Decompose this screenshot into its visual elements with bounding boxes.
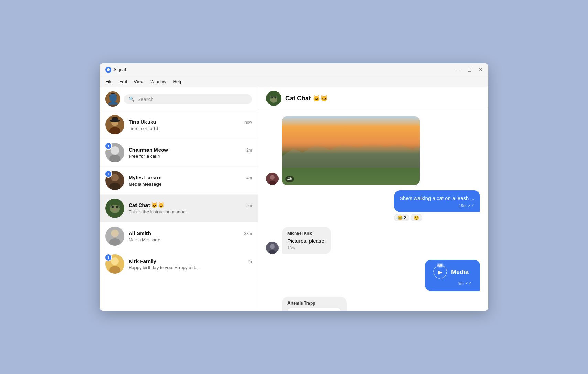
menu-view[interactable]: View xyxy=(134,79,143,84)
svg-point-2 xyxy=(110,95,116,100)
chat-header-avatar xyxy=(266,91,281,106)
message-row-walking-cat: She's walking a cat on a leash ... 15m ✓… xyxy=(266,190,480,221)
media-icon: 1x ▶ 1× xyxy=(433,265,447,279)
conversation-item-ali-smith[interactable]: Ali Smith 33m Media Message xyxy=(100,222,258,250)
avatar-wrap xyxy=(105,115,124,134)
conv-name: Kirk Family xyxy=(129,258,156,264)
menu-window[interactable]: Window xyxy=(150,79,166,84)
title-bar: Signal — ☐ ✕ xyxy=(100,63,488,76)
bubble-text: Pictures, please! xyxy=(287,237,326,244)
avatar-wrap xyxy=(105,199,124,218)
svg-point-4 xyxy=(109,95,117,97)
minimize-button[interactable]: — xyxy=(456,67,460,73)
avatar-wrap: 1 xyxy=(105,143,124,162)
bubble-time: 15m xyxy=(459,204,466,208)
svg-point-3 xyxy=(108,101,117,107)
conv-name: Cat Chat 🐱😺 xyxy=(129,202,164,208)
bubble-sender: Michael Kirk xyxy=(287,231,326,236)
bubble-time: 13m xyxy=(287,246,295,250)
conv-info: Ali Smith 33m Media Message xyxy=(129,230,252,242)
conv-name: Ali Smith xyxy=(129,230,151,236)
close-button[interactable]: ✕ xyxy=(479,67,483,73)
chat-panel: Cat Chat 🐱😺 xyxy=(258,87,488,311)
unread-badge: 1 xyxy=(105,254,112,261)
menu-help[interactable]: Help xyxy=(173,79,183,84)
message-avatar xyxy=(266,173,279,185)
message-row-pdf: Artemis Trapp PDF Instructions.pdf 21.04… xyxy=(266,297,480,311)
conv-name: Tina Ukuku xyxy=(129,119,156,125)
chat-header: Cat Chat 🐱😺 xyxy=(258,87,488,109)
svg-point-36 xyxy=(273,100,274,100)
media-bubble[interactable]: 1x ▶ 1× Media 9m ✓✓ xyxy=(425,260,480,291)
conversation-item-tina-ukuku[interactable]: Tina Ukuku now Timer set to 1d xyxy=(100,111,258,139)
avatar-wrap: 1 xyxy=(105,254,124,274)
pdf-sender: Artemis Trapp xyxy=(287,301,341,306)
conv-time: 4m xyxy=(246,176,252,180)
conv-name: Myles Larson xyxy=(129,175,162,180)
conv-avatar xyxy=(105,227,124,246)
conv-preview: Timer set to 1d xyxy=(129,126,252,131)
user-avatar[interactable] xyxy=(105,91,120,107)
search-input[interactable] xyxy=(137,96,247,102)
window-controls: — ☐ ✕ xyxy=(456,67,483,73)
chat-image[interactable]: 4h xyxy=(282,116,420,185)
check-icon: ✓✓ xyxy=(468,203,475,208)
conversation-list: Tina Ukuku now Timer set to 1d xyxy=(100,111,258,311)
svg-point-20 xyxy=(116,206,118,208)
svg-point-12 xyxy=(111,146,119,155)
messages-area: 4h She's walking a cat on a leash ... 15… xyxy=(258,109,488,311)
conv-preview: This is the instruction manual. xyxy=(129,209,252,214)
conv-time: 9m xyxy=(246,203,252,208)
app-title: Signal xyxy=(113,67,126,72)
sidebar: 🔍 xyxy=(100,87,258,311)
conv-avatar xyxy=(105,115,124,134)
sidebar-header: 🔍 xyxy=(100,87,258,111)
svg-rect-10 xyxy=(112,117,118,121)
bubble-meta: 15m ✓✓ xyxy=(400,203,475,208)
message-row-media: 1x ▶ 1× Media 9m ✓✓ xyxy=(266,260,480,291)
conv-time: now xyxy=(244,120,252,125)
chat-title: Cat Chat 🐱😺 xyxy=(285,95,328,102)
conversation-item-kirk-family[interactable]: 1 Kirk Family 2h Happy birthday to you. … xyxy=(100,250,258,278)
reaction-wow[interactable]: 😲 xyxy=(411,214,422,221)
avatar-wrap: 7 xyxy=(105,171,124,190)
incoming-bubble: Michael Kirk Pictures, please! 13m xyxy=(282,227,331,254)
search-bar[interactable]: 🔍 xyxy=(124,94,252,104)
conv-preview: Free for a call? xyxy=(129,154,252,159)
mountain-image xyxy=(282,116,420,185)
conversation-item-myles-larson[interactable]: 7 Myles Larson 4m Media Message xyxy=(100,167,258,195)
pdf-file[interactable]: PDF Instructions.pdf 21.04 KB xyxy=(287,308,341,311)
menu-bar: File Edit View Window Help xyxy=(100,76,488,87)
svg-point-19 xyxy=(112,206,114,208)
menu-file[interactable]: File xyxy=(105,79,112,84)
svg-point-1 xyxy=(105,91,120,107)
menu-edit[interactable]: Edit xyxy=(119,79,127,84)
app-body: 🔍 xyxy=(100,87,488,311)
reactions: 😂2 😲 xyxy=(394,214,480,221)
media-bubble-wrap: 1x ▶ 1× Media 9m ✓✓ xyxy=(425,260,480,291)
conv-info: Tina Ukuku now Timer set to 1d xyxy=(129,119,252,131)
message-row-michael: Michael Kirk Pictures, please! 13m xyxy=(266,227,480,254)
reaction-laugh[interactable]: 😂2 xyxy=(394,214,409,221)
conv-preview: Media Message xyxy=(129,237,252,242)
check-icon: ✓✓ xyxy=(465,281,472,286)
mountain-ridge xyxy=(282,140,420,168)
conv-preview: Happy birthday to you. Happy birt... xyxy=(129,265,252,270)
unread-badge: 1 xyxy=(105,142,112,150)
bubble-time: 9m xyxy=(458,281,464,285)
search-icon: 🔍 xyxy=(129,96,134,102)
media-label: Media xyxy=(451,268,469,276)
bubble-meta: 9m ✓✓ xyxy=(458,281,472,286)
conv-time: 33m xyxy=(244,231,252,236)
conversation-item-cat-chat[interactable]: Cat Chat 🐱😺 9m This is the instruction m… xyxy=(100,195,258,222)
pdf-bubble: Artemis Trapp PDF Instructions.pdf 21.04… xyxy=(282,297,347,311)
maximize-button[interactable]: ☐ xyxy=(467,67,472,73)
media-content: 1x ▶ 1× Media xyxy=(433,265,472,279)
conv-info: Cat Chat 🐱😺 9m This is the instruction m… xyxy=(129,202,252,214)
unread-badge: 7 xyxy=(105,170,112,178)
conv-info: Myles Larson 4m Media Message xyxy=(129,175,252,187)
conv-preview: Media Message xyxy=(129,182,252,187)
conv-info: Chairman Meow 2m Free for a call? xyxy=(129,147,252,159)
conversation-item-chairman-meow[interactable]: 1 Chairman Meow 2m Free for a call? xyxy=(100,139,258,167)
signal-icon xyxy=(105,67,111,73)
